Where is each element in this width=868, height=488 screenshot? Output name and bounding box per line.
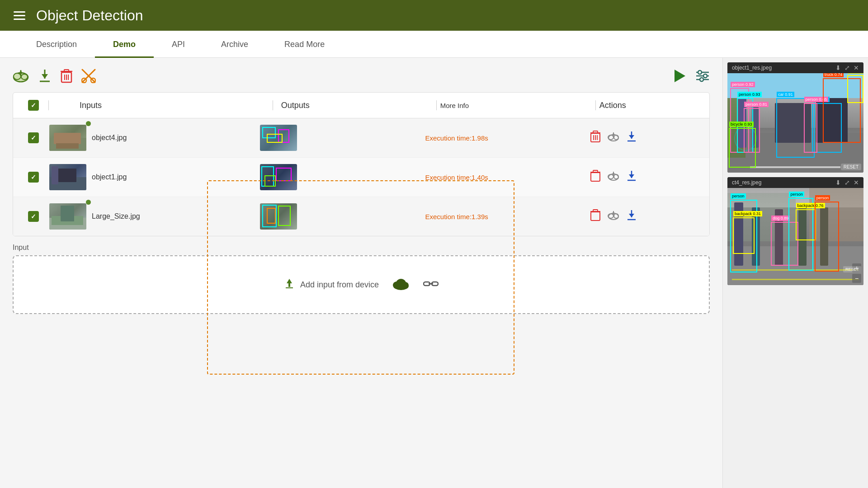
- det-person-92: person 0.92: [731, 82, 755, 87]
- row3-output-thumbnail[interactable]: [260, 203, 297, 230]
- svg-point-24: [700, 78, 703, 81]
- preview-card-2: ct4_res.jpeg ⬇ ⤢ ✕: [727, 177, 863, 285]
- tools-button[interactable]: [81, 69, 96, 83]
- preview-close-icon-1[interactable]: ✕: [854, 64, 859, 71]
- svg-point-55: [614, 214, 618, 218]
- left-panel: Inputs Outputs More Info Actions: [0, 58, 722, 488]
- outputs-column-header: Outputs: [281, 101, 310, 110]
- preview-expand-icon-1[interactable]: ⤢: [844, 64, 850, 71]
- app-title: Object Detection: [36, 7, 143, 24]
- upload-button[interactable]: [13, 69, 29, 83]
- toolbar: [13, 69, 710, 83]
- row1-input-thumbnail[interactable]: [49, 125, 86, 151]
- zoom-out-button[interactable]: −: [852, 274, 861, 283]
- svg-rect-62: [288, 283, 290, 287]
- preview-expand-icon-2[interactable]: ⤢: [844, 179, 850, 186]
- row1-exec-time: Execution time:1.98s: [425, 134, 488, 142]
- link-input-icon[interactable]: [423, 279, 439, 290]
- svg-rect-41: [593, 170, 598, 173]
- preview-filename-2: ct4_res.jpeg: [732, 179, 761, 186]
- svg-point-67: [396, 279, 406, 288]
- row2-output-thumbnail[interactable]: [260, 164, 297, 190]
- preview-download-icon-2[interactable]: ⬇: [835, 179, 841, 186]
- preview1-reset-button[interactable]: RESET: [841, 164, 861, 170]
- row1-delete-action[interactable]: [590, 131, 600, 145]
- det-bicycle-93: bicycle 0.93: [729, 122, 754, 127]
- tab-api[interactable]: API: [154, 33, 203, 58]
- inputs-column-header: Inputs: [80, 101, 102, 110]
- delete-button[interactable]: [61, 69, 72, 83]
- preview-image-1: person 0.92 person 0.93 person 0.81 bicy…: [727, 73, 863, 173]
- row2-input-thumbnail[interactable]: [49, 164, 86, 190]
- row3-input-thumbnail[interactable]: [49, 203, 86, 230]
- table-row: object4.jpg Execution: [13, 118, 709, 158]
- row3-download-action[interactable]: [627, 209, 637, 224]
- row3-cloud-action[interactable]: [608, 210, 619, 223]
- svg-rect-27: [593, 131, 598, 133]
- preview-filename-1: object1_res.jpeg: [732, 65, 772, 71]
- row2-cloud-action[interactable]: [608, 171, 619, 183]
- row3-filename: Large_Size.jpg: [92, 212, 140, 221]
- app-header: Object Detection: [0, 0, 868, 31]
- row2-delete-action[interactable]: [590, 170, 600, 184]
- row3-exec-time: Execution time:1.39s: [425, 213, 488, 221]
- right-panel: object1_res.jpeg ⬇ ⤢ ✕: [722, 58, 868, 488]
- det-person-93: person 0.93: [737, 92, 762, 97]
- svg-rect-52: [593, 210, 598, 212]
- svg-rect-39: [591, 173, 600, 181]
- preview2-reset-button[interactable]: RESET: [843, 266, 861, 272]
- row2-exec-time: Execution time:1.40s: [425, 174, 488, 181]
- det2-backpack-31: backpack 0.31: [733, 211, 762, 216]
- input-label: Input: [13, 244, 710, 252]
- cloud-input-icon[interactable]: [392, 277, 410, 292]
- row1-output-thumbnail[interactable]: [260, 125, 297, 151]
- row3-checkbox[interactable]: [28, 211, 39, 222]
- main-content: Inputs Outputs More Info Actions: [0, 58, 868, 488]
- tab-read-more[interactable]: Read More: [266, 33, 343, 58]
- preview-close-icon-2[interactable]: ✕: [854, 179, 859, 186]
- table-row: Large_Size.jpg Executi: [13, 197, 709, 236]
- det-traffic-sign: traffic sign: [848, 73, 863, 74]
- row1-download-action[interactable]: [627, 131, 637, 145]
- row2-checkbox[interactable]: [28, 172, 39, 183]
- row2-filename: object1.jpg: [92, 173, 127, 181]
- add-input-text: Add input from device: [300, 280, 379, 290]
- det-person-81: person 0.81: [744, 102, 769, 107]
- svg-rect-50: [591, 212, 600, 221]
- preview-header-2: ct4_res.jpeg ⬇ ⤢ ✕: [727, 177, 863, 188]
- det2-dog-89: dog 0.89: [771, 216, 790, 221]
- input-section: Input Add input from device: [13, 244, 710, 314]
- preview-download-icon-1[interactable]: ⬇: [835, 64, 841, 71]
- svg-marker-61: [287, 279, 292, 283]
- hamburger-menu[interactable]: [14, 11, 25, 20]
- tab-archive[interactable]: Archive: [203, 33, 266, 58]
- preview-header-1: object1_res.jpeg ⬇ ⤢ ✕: [727, 62, 863, 73]
- svg-point-2: [21, 74, 28, 80]
- det2-person-2: person: [789, 192, 804, 197]
- drop-zone[interactable]: Add input from device: [13, 255, 710, 314]
- row1-checkbox[interactable]: [28, 132, 39, 143]
- svg-marker-18: [675, 70, 685, 82]
- upload-arrow-icon: [284, 278, 295, 291]
- row1-filename: object4.jpg: [92, 134, 127, 142]
- download-button[interactable]: [38, 69, 52, 83]
- det-car-91: car 0.91: [777, 92, 794, 97]
- settings-button[interactable]: [695, 70, 710, 82]
- tab-description[interactable]: Description: [18, 33, 95, 58]
- row3-delete-action[interactable]: [590, 209, 600, 224]
- select-all-checkbox[interactable]: [28, 100, 39, 111]
- more-info-column-header: More Info: [440, 102, 469, 109]
- actions-column-header: Actions: [599, 101, 626, 110]
- table-header-row: Inputs Outputs More Info Actions: [13, 93, 709, 118]
- svg-point-20: [698, 70, 702, 74]
- play-button[interactable]: [674, 69, 686, 83]
- row2-download-action[interactable]: [627, 170, 637, 184]
- svg-point-1: [14, 73, 21, 80]
- table-row: object1.jpg Execution: [13, 158, 709, 197]
- tab-demo[interactable]: Demo: [95, 33, 154, 58]
- nav-tabs-bar: Description Demo API Archive Read More: [0, 31, 868, 58]
- svg-point-33: [614, 135, 618, 140]
- row1-cloud-action[interactable]: [608, 131, 619, 144]
- det2-person-1: person: [731, 193, 746, 199]
- det2-person-3: person: [815, 195, 830, 201]
